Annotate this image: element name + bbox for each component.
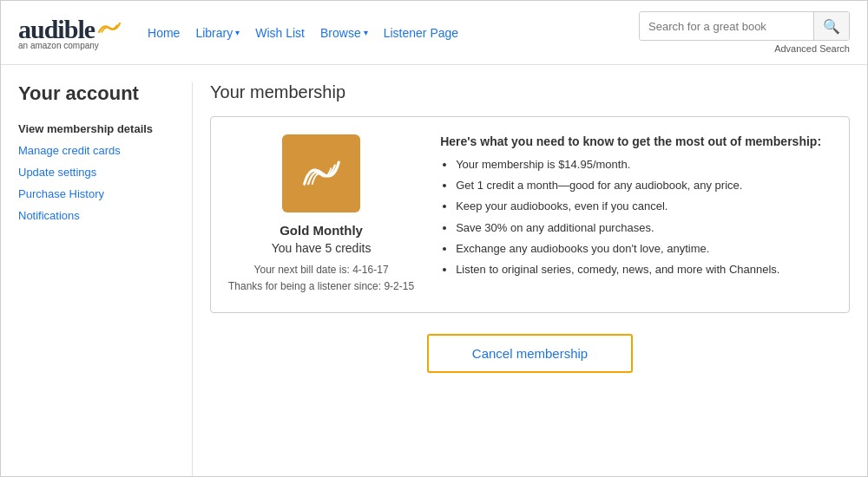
membership-right-panel: Here's what you need to know to get the … [431, 134, 832, 295]
sidebar: Your account View membership details Man… [18, 82, 192, 477]
main-nav: Home Library ▾ Wish List Browse ▾ Listen… [148, 26, 639, 40]
main-container: Your account View membership details Man… [1, 65, 867, 477]
audible-headphone-icon [298, 154, 345, 193]
library-chevron-icon: ▾ [235, 28, 240, 37]
advanced-search-link[interactable]: Advanced Search [774, 43, 850, 54]
membership-left-panel: Gold Monthly You have 5 credits Your nex… [228, 134, 414, 295]
logo-subtitle: an amazon company [18, 41, 99, 50]
membership-plan-name: Gold Monthly [279, 223, 363, 238]
membership-card: Gold Monthly You have 5 credits Your nex… [210, 116, 850, 313]
list-item: Exchange any audiobooks you don't love, … [456, 241, 832, 257]
page-title: Your account [18, 82, 174, 105]
search-box: 🔍 [639, 11, 850, 41]
browse-chevron-icon: ▾ [364, 28, 368, 37]
cancel-membership-button[interactable]: Cancel membership [427, 334, 633, 373]
nav-wish-list[interactable]: Wish List [255, 26, 305, 40]
list-item: Get 1 credit a month—good for any audiob… [456, 178, 832, 193]
list-item: Keep your audiobooks, even if you cancel… [456, 199, 832, 214]
membership-next-bill: Your next bill date is: 4-16-17 Thanks f… [228, 262, 414, 295]
membership-credits-text: You have 5 credits [272, 241, 372, 255]
logo-text: audible [18, 15, 95, 44]
header: audible an amazon company Home Library ▾… [1, 1, 867, 65]
membership-section-title: Your membership [210, 82, 850, 102]
list-item: Your membership is $14.95/month. [456, 157, 832, 173]
cancel-section: Cancel membership [210, 334, 850, 373]
sidebar-item-notifications[interactable]: Notifications [18, 209, 174, 222]
audible-plan-icon-box [282, 134, 360, 212]
sidebar-nav: View membership details Manage credit ca… [18, 122, 174, 222]
search-area: 🔍 Advanced Search [639, 11, 850, 54]
sidebar-item-purchase-history[interactable]: Purchase History [18, 187, 174, 200]
sidebar-item-view-membership[interactable]: View membership details [18, 122, 174, 135]
search-button[interactable]: 🔍 [813, 12, 849, 40]
nav-library[interactable]: Library ▾ [195, 26, 240, 40]
search-input[interactable] [640, 12, 813, 40]
logo: audible an amazon company [18, 15, 122, 50]
sidebar-item-update-settings[interactable]: Update settings [18, 166, 174, 179]
nav-listener-page[interactable]: Listener Page [384, 26, 458, 40]
membership-info-title: Here's what you need to know to get the … [440, 134, 832, 148]
membership-bullets-list: Your membership is $14.95/month. Get 1 c… [440, 157, 832, 278]
content-area: Your membership Gold Monthly You have 5 … [192, 82, 850, 477]
logo-waves-icon [97, 21, 122, 37]
sidebar-item-manage-credit-cards[interactable]: Manage credit cards [18, 144, 174, 157]
list-item: Listen to original series, comedy, news,… [456, 262, 832, 278]
nav-browse[interactable]: Browse ▾ [320, 26, 368, 40]
list-item: Save 30% on any additional purchases. [456, 220, 832, 236]
nav-home[interactable]: Home [148, 26, 180, 40]
